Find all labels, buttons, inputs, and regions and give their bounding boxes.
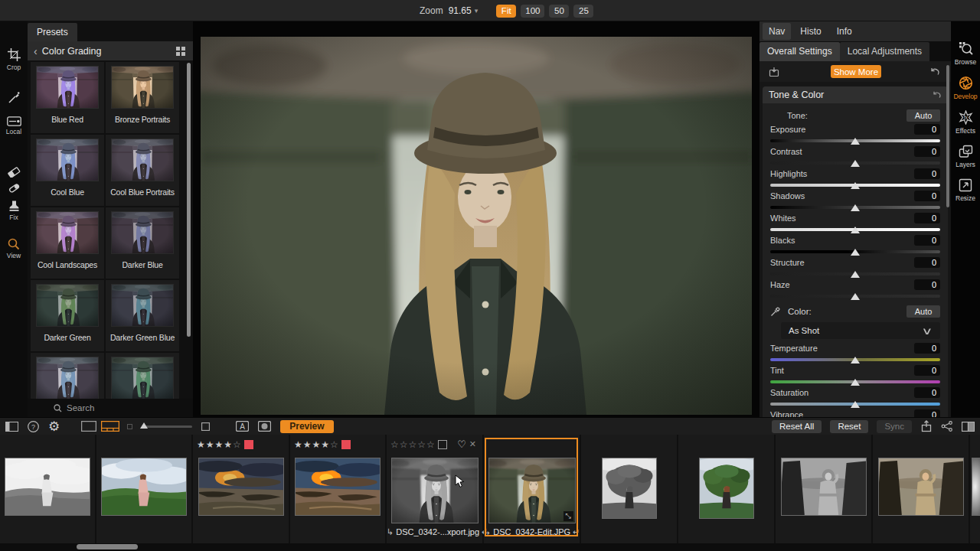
module-browse[interactable]: Browse — [951, 41, 980, 66]
slider-structure[interactable]: Structure0 — [770, 256, 940, 279]
grid-view-icon[interactable] — [176, 47, 185, 56]
show-more-button[interactable]: Show More — [831, 65, 881, 78]
preset-tile-bronze-portraits[interactable]: Bronze Portraits — [106, 62, 179, 133]
slider-track[interactable] — [770, 403, 940, 406]
filmstrip-view-icon[interactable] — [101, 421, 119, 432]
panel-toggle-icon[interactable] — [5, 422, 18, 432]
slider-thumb[interactable] — [851, 204, 860, 211]
filmstrip-item[interactable]: ★★★★☆ — [193, 435, 289, 543]
preview-button[interactable]: Preview — [280, 420, 333, 433]
star-icon[interactable]: ☆ — [400, 439, 408, 450]
tool-eraser[interactable] — [0, 166, 28, 178]
like-icon[interactable]: ♡ — [457, 439, 466, 450]
star-icon[interactable]: ☆ — [330, 439, 338, 450]
filmstrip-item[interactable] — [970, 435, 980, 543]
slider-temperature[interactable]: Temperature0 — [770, 342, 940, 364]
preset-search-input[interactable]: Search — [28, 399, 193, 417]
right-panel-scrollbar[interactable] — [946, 65, 949, 207]
slider-value[interactable]: 0 — [914, 124, 940, 135]
photo-thumbnail[interactable] — [295, 458, 381, 516]
preset-tile-darker-blue[interactable]: Darker Blue — [106, 207, 179, 279]
back-chevron-icon[interactable]: ‹ — [34, 45, 38, 57]
star-icon[interactable]: ★ — [321, 439, 329, 450]
slider-value[interactable]: 0 — [914, 213, 940, 223]
photo-thumbnail[interactable] — [878, 458, 964, 516]
color-label-red[interactable] — [244, 440, 253, 449]
reset-button[interactable]: Reset — [830, 420, 868, 433]
preset-tile-darker-green[interactable]: Darker Green — [31, 280, 104, 351]
tab-histo[interactable]: Histo — [794, 23, 827, 40]
tab-overall-settings[interactable]: Overall Settings — [760, 42, 840, 61]
filmstrip-item[interactable] — [96, 435, 191, 543]
slider-highlights[interactable]: Highlights0 — [770, 168, 940, 190]
star-icon[interactable]: ★ — [303, 439, 312, 450]
filmstrip-item[interactable] — [678, 435, 774, 543]
slider-thumb[interactable] — [140, 422, 148, 429]
thumbnail-size-slider[interactable] — [142, 425, 192, 428]
slider-track[interactable] — [770, 206, 940, 209]
photo-thumbnail[interactable] — [391, 458, 479, 523]
star-icon[interactable]: ☆ — [409, 439, 417, 450]
slider-thumb[interactable] — [851, 379, 860, 386]
filmstrip-item[interactable] — [581, 435, 677, 543]
photo-thumbnail[interactable] — [699, 458, 754, 519]
photo-thumbnail[interactable]: ⤡ — [488, 458, 576, 523]
zoom-fit-button[interactable]: Fit — [496, 5, 516, 18]
undo-icon[interactable] — [929, 67, 940, 77]
star-icon[interactable]: ★ — [206, 439, 214, 450]
slider-value[interactable]: 0 — [914, 365, 940, 376]
pane-reset-icon[interactable] — [932, 91, 942, 99]
zoom-100-button[interactable]: 100 — [521, 5, 544, 18]
slider-value[interactable]: 0 — [914, 191, 940, 201]
slider-track[interactable] — [770, 250, 940, 253]
color-label-red[interactable] — [341, 440, 351, 449]
filmstrip-item[interactable] — [776, 435, 871, 543]
slider-thumb[interactable] — [851, 293, 860, 300]
zoom-25-button[interactable]: 25 — [573, 5, 593, 18]
slider-value[interactable]: 0 — [914, 387, 940, 398]
star-icon[interactable]: ★ — [224, 439, 232, 450]
filmstrip-item[interactable]: ☆☆☆☆☆♡✕↳ DSC_0342-...xport.jpg ↵ — [387, 435, 482, 543]
star-icon[interactable]: ★ — [294, 439, 302, 450]
module-effects[interactable]: fxEffects — [951, 110, 980, 135]
slider-value[interactable]: 0 — [914, 257, 940, 268]
main-photo[interactable] — [201, 37, 752, 415]
slider-saturation[interactable]: Saturation0 — [770, 386, 940, 409]
module-resize[interactable]: Resize — [951, 178, 980, 202]
photo-thumbnail[interactable] — [972, 458, 980, 516]
star-icon[interactable]: ★ — [312, 439, 321, 450]
slider-track[interactable] — [770, 358, 940, 361]
slider-thumb[interactable] — [851, 271, 860, 278]
slider-track[interactable] — [770, 228, 940, 231]
slider-track[interactable] — [770, 161, 940, 165]
slider-tint[interactable]: Tint0 — [770, 364, 940, 386]
preset-tile-cool-blue[interactable]: Cool Blue — [31, 135, 104, 206]
slider-contrast[interactable]: Contrast0 — [770, 145, 940, 168]
single-view-icon[interactable] — [81, 421, 96, 432]
slider-value[interactable]: 0 — [914, 235, 940, 246]
preset-scrollbar[interactable] — [187, 63, 191, 337]
slider-value[interactable]: 0 — [914, 279, 940, 290]
slider-track[interactable] — [770, 272, 940, 276]
color-auto-button[interactable]: Auto — [906, 305, 940, 318]
tool-retouch[interactable] — [0, 182, 28, 194]
slider-track[interactable] — [770, 184, 940, 187]
slider-thumb[interactable] — [851, 249, 860, 256]
slider-thumb[interactable] — [851, 160, 860, 167]
slider-haze[interactable]: Haze0 — [770, 279, 940, 301]
share-icon[interactable] — [941, 421, 953, 432]
reject-icon[interactable]: ✕ — [469, 439, 476, 449]
reset-all-button[interactable]: Reset All — [772, 420, 822, 433]
slider-whites[interactable]: Whites0 — [770, 212, 940, 234]
tone-color-header[interactable]: Tone & Color — [763, 86, 948, 103]
slider-track[interactable] — [770, 295, 940, 298]
module-develop[interactable]: Develop — [951, 76, 980, 100]
tab-local-adjustments[interactable]: Local Adjustments — [840, 42, 929, 61]
mask-view-icon[interactable] — [258, 421, 271, 432]
slider-thumb[interactable] — [851, 401, 860, 408]
filmstrip-item[interactable] — [0, 435, 95, 543]
tool-local[interactable]: Local — [0, 116, 28, 135]
preset-tile-darker-green-blue[interactable]: Darker Green Blue — [106, 280, 179, 351]
filmstrip-item[interactable]: ★★★★☆ — [290, 435, 385, 543]
scrollbar-thumb[interactable] — [77, 544, 138, 549]
